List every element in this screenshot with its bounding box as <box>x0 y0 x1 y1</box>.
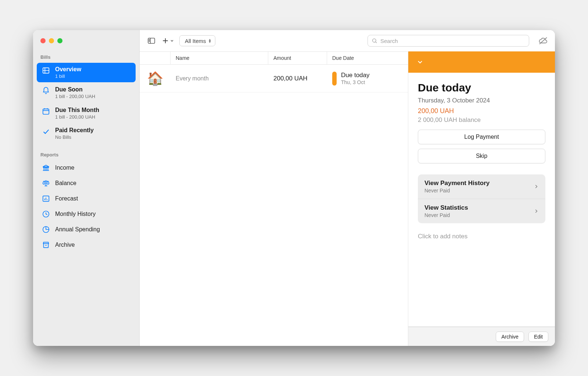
sidebar-item-label: Due Soon <box>55 86 95 93</box>
bill-name: Every month <box>171 75 268 82</box>
svg-rect-7 <box>43 167 49 167</box>
check-icon <box>41 127 51 136</box>
table-body: 🏠 Every month 200,00 UAH Due today Thu, … <box>140 65 408 346</box>
app-window: Bills Overview 1 bill Due Soon 1 bill - … <box>33 30 555 346</box>
search-input[interactable] <box>380 38 525 44</box>
chevron-down-icon <box>416 58 424 66</box>
detail-date: Thursday, 3 October 2024 <box>418 97 545 104</box>
toggle-sidebar-button[interactable] <box>146 36 157 46</box>
sidebar-item-label: Balance <box>55 180 76 187</box>
sidebar-item-monthly-history[interactable]: Monthly History <box>37 207 136 221</box>
card-title: View Statistics <box>424 204 468 212</box>
detail-pane: Due today Thursday, 3 October 2024 200,0… <box>408 51 555 346</box>
detail-balance: 2 000,00 UAH balance <box>418 116 545 124</box>
filter-label: All Items <box>185 38 206 44</box>
minimize-window-button[interactable] <box>49 38 54 43</box>
bank-icon <box>41 163 51 173</box>
detail-footer: Archive Edit <box>408 327 555 346</box>
add-button[interactable] <box>162 37 174 44</box>
close-window-button[interactable] <box>40 38 46 43</box>
sidebar-item-due-this-month[interactable]: Due This Month 1 bill - 200,00 UAH <box>37 104 136 123</box>
search-icon <box>372 38 377 44</box>
sidebar-item-annual-spending[interactable]: Annual Spending <box>37 222 136 237</box>
calendar-icon <box>41 106 51 116</box>
svg-point-26 <box>149 40 150 41</box>
chart-icon <box>41 194 51 203</box>
clock-icon <box>41 209 51 219</box>
sidebar-item-label: Forecast <box>55 195 78 202</box>
archive-button[interactable]: Archive <box>496 332 524 342</box>
log-payment-button[interactable]: Log Payment <box>418 130 545 144</box>
sidebar-item-label: Income <box>55 164 74 171</box>
cloud-offline-icon[interactable] <box>538 36 548 46</box>
sidebar-item-due-soon[interactable]: Due Soon 1 bill - 200,00 UAH <box>37 83 136 102</box>
svg-point-30 <box>373 39 376 42</box>
archive-icon <box>41 240 51 250</box>
detail-title: Due today <box>418 82 545 94</box>
sidebar-item-sub: 1 bill - 200,00 UAH <box>55 114 99 120</box>
collapse-banner-button[interactable] <box>416 58 424 66</box>
status-indicator <box>332 72 337 86</box>
sidebar-item-sub: 1 bill - 200,00 UAH <box>55 94 95 100</box>
sidebar-item-balance[interactable]: Balance <box>37 176 136 191</box>
svg-rect-3 <box>43 109 49 114</box>
toolbar: All Items ▲▼ <box>140 30 555 51</box>
skip-button[interactable]: Skip <box>418 149 545 163</box>
sidebar-item-sub: 1 bill <box>55 73 81 79</box>
filter-dropdown[interactable]: All Items ▲▼ <box>179 35 215 46</box>
col-due[interactable]: Due Date <box>327 52 408 64</box>
chevron-right-icon <box>534 183 539 190</box>
overview-icon <box>41 66 51 75</box>
window-controls <box>33 35 139 53</box>
col-name[interactable]: Name <box>171 52 268 64</box>
chevron-down-icon <box>170 39 174 43</box>
sidebar-item-label: Archive <box>55 242 75 248</box>
bell-icon <box>41 86 51 95</box>
notes-field[interactable]: Click to add notes <box>418 233 545 240</box>
bill-due: Due today Thu, 3 Oct <box>327 72 408 86</box>
col-amount[interactable]: Amount <box>268 52 327 64</box>
table-header: Name Amount Due Date <box>140 51 408 65</box>
bill-category-icon: 🏠 <box>140 71 171 86</box>
card-sub: Never Paid <box>424 188 490 194</box>
sidebar-item-label: Monthly History <box>55 211 96 217</box>
search-field[interactable] <box>368 35 529 47</box>
scale-icon <box>41 178 51 188</box>
due-title: Due today <box>341 72 370 79</box>
sidebar-item-archive[interactable]: Archive <box>37 238 136 252</box>
sidebar-item-sub: No Bills <box>55 134 94 140</box>
table-row[interactable]: 🏠 Every month 200,00 UAH Due today Thu, … <box>140 65 408 93</box>
detail-amount: 200,00 UAH <box>418 107 545 115</box>
detail-banner <box>408 51 555 73</box>
sidebar-item-label: Paid Recently <box>55 127 94 134</box>
pie-icon <box>41 225 51 234</box>
maximize-window-button[interactable] <box>57 38 62 43</box>
card-sub: Never Paid <box>424 212 468 218</box>
sidebar-item-forecast[interactable]: Forecast <box>37 191 136 206</box>
sidebar-item-overview[interactable]: Overview 1 bill <box>37 63 136 82</box>
svg-line-31 <box>376 42 377 43</box>
sort-arrows-icon: ▲▼ <box>208 39 212 43</box>
svg-point-25 <box>149 39 150 40</box>
sidebar-item-paid-recently[interactable]: Paid Recently No Bills <box>37 124 136 143</box>
svg-point-27 <box>149 41 150 41</box>
sidebar-item-income[interactable]: Income <box>37 160 136 175</box>
bill-amount: 200,00 UAH <box>268 75 327 82</box>
detail-links-card: View Payment History Never Paid View Sta… <box>418 174 545 223</box>
main-pane: All Items ▲▼ Name Amount Due Date <box>140 30 555 346</box>
edit-button[interactable]: Edit <box>528 332 548 342</box>
sidebar-item-label: Annual Spending <box>55 226 100 233</box>
card-title: View Payment History <box>424 180 490 187</box>
view-payment-history-button[interactable]: View Payment History Never Paid <box>418 174 545 199</box>
sidebar-section-reports: Reports <box>33 151 139 160</box>
sidebar-item-label: Due This Month <box>55 106 99 114</box>
sidebar-item-label: Overview <box>55 66 81 73</box>
sidebar: Bills Overview 1 bill Due Soon 1 bill - … <box>33 30 140 346</box>
due-date: Thu, 3 Oct <box>341 79 370 85</box>
view-statistics-button[interactable]: View Statistics Never Paid <box>418 199 545 223</box>
chevron-right-icon <box>534 207 539 215</box>
sidebar-section-bills: Bills <box>33 53 139 63</box>
